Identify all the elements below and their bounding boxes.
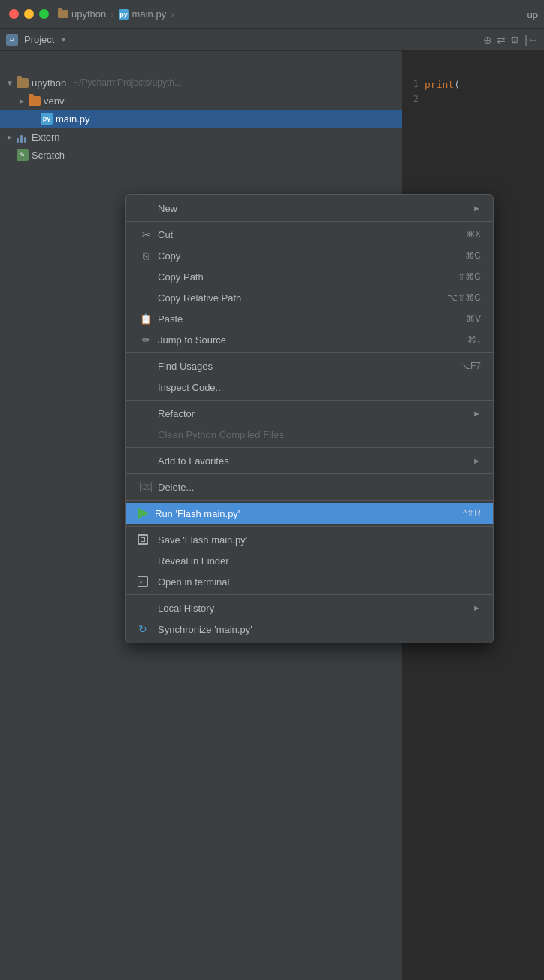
menu-item-find-usages[interactable]: Find Usages ⌥F7 xyxy=(126,355,493,377)
menu-item-refactor[interactable]: Refactor ► xyxy=(126,403,493,424)
delete-icon-wrap: ⌫ xyxy=(138,482,153,492)
shortcut-find-usages: ⌥F7 xyxy=(460,361,481,371)
context-menu: New ► ✂ Cut ⌘X ⎘ Copy ⌘C Copy Path ⇧⌘C C… xyxy=(125,194,494,643)
panel-title: Project xyxy=(24,34,54,45)
menu-label-sync: Synchronize 'main.py' xyxy=(158,624,481,635)
folder-icon xyxy=(58,10,68,18)
menu-label-reveal: Reveal in Finder xyxy=(158,555,481,567)
menu-label-jump: Jump to Source xyxy=(158,334,467,346)
folder-icon-upython xyxy=(17,78,29,88)
separator-7 xyxy=(126,526,493,527)
project-panel-icon: P xyxy=(6,34,18,46)
tree-path-upython: ~/PycharmProjects/upyth... xyxy=(74,77,182,88)
run-icon xyxy=(138,508,149,519)
window-title: up xyxy=(527,0,544,29)
menu-label-save: Save 'Flash main.py' xyxy=(158,534,481,546)
menu-item-reveal-finder[interactable]: Reveal in Finder xyxy=(126,550,493,571)
tree-item-main-py[interactable]: py main.py xyxy=(0,110,402,128)
menu-label-inspect: Inspect Code... xyxy=(158,382,481,393)
menu-item-inspect-code[interactable]: Inspect Code... xyxy=(126,377,493,398)
line-content-1: print( xyxy=(425,79,460,90)
line-number-2: 2 xyxy=(402,94,425,104)
breadcrumb-file[interactable]: py main.py xyxy=(119,8,167,20)
menu-item-jump-to-source[interactable]: ✏ Jump to Source ⌘↓ xyxy=(126,329,493,350)
submenu-arrow-refactor: ► xyxy=(473,409,481,418)
separator-6 xyxy=(126,500,493,501)
sync-icon-wrap: ↻ xyxy=(138,623,153,635)
collapse-icon[interactable]: |← xyxy=(524,34,538,46)
breadcrumb-separator: › xyxy=(110,8,113,20)
panel-header: P Project ▾ ⊕ ⇄ ⚙ |← xyxy=(0,29,544,51)
breadcrumb-file-label: main.py xyxy=(132,8,167,20)
shortcut-jump: ⌘↓ xyxy=(467,334,481,345)
menu-label-terminal: Open in terminal xyxy=(158,576,481,588)
menu-item-synchronize[interactable]: ↻ Synchronize 'main.py' xyxy=(126,619,493,640)
tree-item-scratch[interactable]: ✎ Scratch xyxy=(0,146,402,164)
tree-label-scratch: Scratch xyxy=(32,150,65,161)
cut-icon: ✂ xyxy=(138,229,153,240)
tree-arrow-external: ► xyxy=(6,133,14,141)
scratch-icon: ✎ xyxy=(17,149,29,161)
menu-item-paste[interactable]: 📋 Paste ⌘V xyxy=(126,308,493,329)
save-icon xyxy=(138,534,148,545)
menu-item-copy-path[interactable]: Copy Path ⇧⌘C xyxy=(126,266,493,287)
menu-item-local-history[interactable]: Local History ► xyxy=(126,597,493,619)
submenu-arrow-history: ► xyxy=(473,603,481,612)
panel-dropdown-arrow[interactable]: ▾ xyxy=(62,35,65,44)
menu-label-paste: Paste xyxy=(158,313,466,325)
save-icon-wrap xyxy=(138,534,153,545)
locate-icon[interactable]: ⊕ xyxy=(483,34,492,46)
maximize-button[interactable] xyxy=(39,9,49,19)
separator-1 xyxy=(126,221,493,222)
menu-label-copy-relative: Copy Relative Path xyxy=(158,292,447,304)
py-icon-main-py: py xyxy=(41,113,53,125)
breadcrumb-separator-2: › xyxy=(171,8,174,20)
minimize-button[interactable] xyxy=(24,9,34,19)
menu-label-cut: Cut xyxy=(158,229,466,240)
shortcut-copy: ⌘C xyxy=(465,250,481,261)
shortcut-paste: ⌘V xyxy=(466,313,481,324)
menu-item-save[interactable]: Save 'Flash main.py' xyxy=(126,529,493,550)
tree-label-external: Extern xyxy=(32,132,60,143)
menu-item-delete[interactable]: ⌫ Delete... xyxy=(126,476,493,498)
gear-icon[interactable]: ⚙ xyxy=(510,34,520,46)
titlebar: upython › py main.py › up xyxy=(0,0,544,29)
menu-item-clean-compiled: Clean Python Compiled Files xyxy=(126,424,493,445)
traffic-lights xyxy=(9,9,49,19)
tree-item-upython[interactable]: ▼ upython ~/PycharmProjects/upyth... xyxy=(0,74,402,92)
menu-item-run[interactable]: Run 'Flash main.py' ^⇧R xyxy=(126,503,493,524)
tree-item-venv[interactable]: ► venv xyxy=(0,92,402,110)
jump-icon: ✏ xyxy=(138,334,153,346)
menu-label-refactor: Refactor xyxy=(158,408,467,419)
menu-item-copy[interactable]: ⎘ Copy ⌘C xyxy=(126,245,493,266)
breadcrumb-folder[interactable]: upython xyxy=(58,8,106,20)
close-button[interactable] xyxy=(9,9,19,19)
separator-4 xyxy=(126,447,493,448)
menu-label-new: New xyxy=(158,203,467,214)
tree-arrow-upython: ▼ xyxy=(6,79,14,87)
menu-label-copy: Copy xyxy=(158,250,465,262)
tree-label-upython: upython xyxy=(32,77,66,89)
terminal-icon: >_ xyxy=(138,576,148,587)
folder-icon-venv xyxy=(29,96,41,106)
tree-arrow-venv: ► xyxy=(18,97,26,105)
menu-item-new[interactable]: New ► xyxy=(126,198,493,219)
separator-8 xyxy=(126,594,493,595)
editor-line-2: 2 xyxy=(402,92,544,107)
menu-item-open-terminal[interactable]: >_ Open in terminal xyxy=(126,571,493,592)
sync-icon: ↻ xyxy=(138,623,147,635)
shortcut-copy-relative: ⌥⇧⌘C xyxy=(447,292,481,303)
paste-icon: 📋 xyxy=(138,313,153,325)
menu-item-add-to-favorites[interactable]: Add to Favorites ► xyxy=(126,450,493,471)
breadcrumb: upython › py main.py › xyxy=(58,8,174,20)
editor-content[interactable]: 1 print( 2 xyxy=(402,74,544,110)
panel-tools: ⊕ ⇄ ⚙ |← xyxy=(483,34,538,46)
save-icon-inner xyxy=(141,537,145,542)
menu-item-cut[interactable]: ✂ Cut ⌘X xyxy=(126,224,493,245)
settings-icon[interactable]: ⇄ xyxy=(497,34,506,46)
tree-item-external[interactable]: ► Extern xyxy=(0,128,402,146)
python-file-icon: py xyxy=(119,9,129,20)
menu-item-copy-relative-path[interactable]: Copy Relative Path ⌥⇧⌘C xyxy=(126,287,493,308)
line-number-1: 1 xyxy=(402,79,425,89)
menu-label-copy-path: Copy Path xyxy=(158,271,458,283)
